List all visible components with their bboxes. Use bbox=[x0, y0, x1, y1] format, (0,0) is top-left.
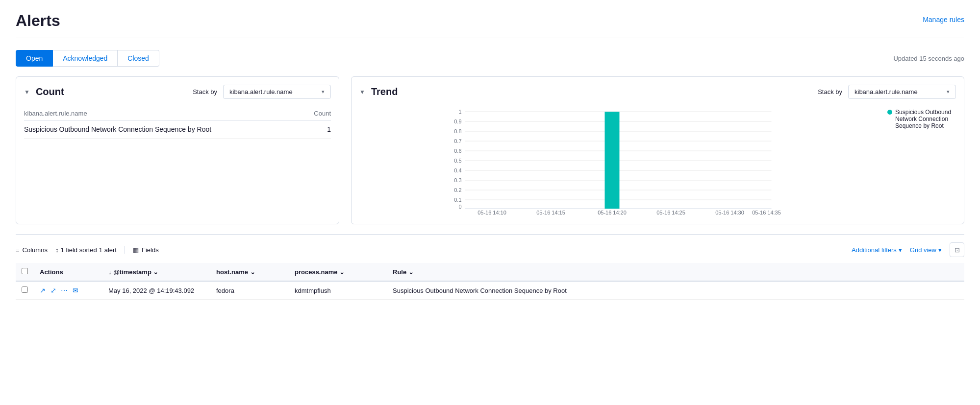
host-header[interactable]: host.name ⌄ bbox=[210, 263, 289, 281]
charts-row: ▼ Count Stack by kibana.alert.rule.name … bbox=[16, 76, 964, 224]
rule-header[interactable]: Rule ⌄ bbox=[387, 263, 964, 281]
svg-text:0.8: 0.8 bbox=[454, 128, 461, 134]
more-icon[interactable]: ⋯ bbox=[61, 286, 68, 294]
count-stack-by-label: Stack by bbox=[193, 88, 217, 95]
legend-item: Suspicious OutboundNetwork ConnectionSeq… bbox=[887, 109, 956, 129]
trend-bar bbox=[605, 112, 620, 209]
columns-label: Columns bbox=[23, 246, 48, 254]
grid-view-chevron: ▾ bbox=[938, 246, 942, 254]
additional-filters-label: Additional filters bbox=[852, 246, 897, 254]
fullscreen-button[interactable]: ⊡ bbox=[950, 242, 964, 257]
trend-stack-by-chevron: ▾ bbox=[947, 89, 950, 95]
svg-text:05-16 14:35: 05-16 14:35 bbox=[752, 210, 781, 214]
svg-text:05-16 14:25: 05-16 14:25 bbox=[656, 210, 685, 214]
timestamp-header-label: @timestamp bbox=[113, 268, 151, 276]
count-row-value: 1 bbox=[305, 120, 331, 139]
columns-icon: ≡ bbox=[16, 246, 20, 254]
investigate-icon[interactable]: ⤢ bbox=[50, 286, 56, 294]
count-col2-header: Count bbox=[305, 107, 331, 120]
sort-label: 1 field sorted bbox=[60, 246, 97, 254]
alerts-page: Alerts Manage rules Open Acknowledged Cl… bbox=[0, 0, 980, 311]
sort-button[interactable]: ↕ 1 field sorted 1 alert bbox=[55, 246, 117, 254]
row-rule: Suspicious Outbound Network Connection S… bbox=[387, 281, 964, 300]
rule-header-label: Rule bbox=[393, 268, 406, 276]
count-stack-by-chevron: ▾ bbox=[322, 89, 325, 95]
select-all-header bbox=[16, 263, 34, 281]
svg-text:05-16 14:20: 05-16 14:20 bbox=[598, 210, 627, 214]
trend-legend: Suspicious OutboundNetwork ConnectionSeq… bbox=[887, 107, 956, 216]
trend-card-header: ▼ Trend Stack by kibana.alert.rule.name … bbox=[359, 85, 956, 99]
svg-text:0.1: 0.1 bbox=[454, 197, 461, 203]
trend-stack-by-value: kibana.alert.rule.name bbox=[854, 88, 918, 95]
process-header-label: process.name bbox=[295, 268, 337, 276]
data-table: Actions ↓ @timestamp ⌄ host.name ⌄ proce… bbox=[16, 263, 964, 300]
table-header-row: Actions ↓ @timestamp ⌄ host.name ⌄ proce… bbox=[16, 263, 964, 281]
manage-rules-link[interactable]: Manage rules bbox=[923, 16, 964, 24]
count-card: ▼ Count Stack by kibana.alert.rule.name … bbox=[16, 76, 339, 224]
svg-text:1: 1 bbox=[458, 109, 461, 115]
fields-label: Fields bbox=[142, 246, 159, 254]
fields-button[interactable]: ▦ Fields bbox=[133, 246, 159, 254]
svg-text:0.4: 0.4 bbox=[454, 167, 461, 173]
legend-label: Suspicious OutboundNetwork ConnectionSeq… bbox=[895, 109, 951, 129]
additional-filters-button[interactable]: Additional filters ▾ bbox=[852, 246, 902, 254]
row-checkbox[interactable] bbox=[22, 286, 28, 293]
count-collapse-icon[interactable]: ▼ bbox=[24, 89, 30, 95]
page-title: Alerts bbox=[16, 12, 60, 30]
count-table-row: Suspicious Outbound Network Connection S… bbox=[24, 120, 331, 139]
expand-icon[interactable]: ↗ bbox=[40, 286, 46, 294]
svg-text:0.3: 0.3 bbox=[454, 177, 461, 183]
count-row-name: Suspicious Outbound Network Connection S… bbox=[24, 120, 305, 139]
svg-text:05-16 14:15: 05-16 14:15 bbox=[536, 210, 565, 214]
row-host: fedora bbox=[210, 281, 289, 300]
tab-section: Open Acknowledged Closed Updated 15 seco… bbox=[16, 50, 964, 67]
tab-open[interactable]: Open bbox=[16, 50, 53, 67]
trend-stack-by-select[interactable]: kibana.alert.rule.name ▾ bbox=[848, 85, 956, 99]
host-filter-icon: ⌄ bbox=[250, 268, 255, 276]
grid-view-label: Grid view bbox=[910, 246, 936, 254]
fullscreen-icon: ⊡ bbox=[955, 246, 960, 254]
row-actions: ↗ ⤢ ⋯ ✉ bbox=[34, 281, 102, 300]
trend-card-title: Trend bbox=[371, 86, 398, 97]
columns-button[interactable]: ≡ Columns bbox=[16, 246, 48, 254]
table-section: ≡ Columns ↕ 1 field sorted 1 alert ▦ Fie… bbox=[16, 234, 964, 300]
svg-text:0.6: 0.6 bbox=[454, 148, 461, 154]
trend-chart-area: 1 0.9 0.8 0.7 0.6 0.5 0.4 0.3 0.2 0.1 0 bbox=[359, 107, 879, 216]
toolbar-right: Additional filters ▾ Grid view ▾ ⊡ bbox=[852, 242, 964, 257]
count-col1-header: kibana.alert.rule.name bbox=[24, 107, 305, 120]
sort-icon: ↕ bbox=[55, 246, 59, 254]
actions-header-label: Actions bbox=[40, 268, 63, 276]
mark-icon[interactable]: ✉ bbox=[73, 286, 78, 294]
trend-stack-by-label: Stack by bbox=[818, 88, 842, 95]
legend-dot bbox=[887, 110, 892, 115]
svg-text:0: 0 bbox=[458, 204, 461, 210]
table-row: ↗ ⤢ ⋯ ✉ May 16, 2022 @ 14:19:43.092 fedo… bbox=[16, 281, 964, 300]
row-timestamp: May 16, 2022 @ 14:19:43.092 bbox=[102, 281, 210, 300]
additional-filters-chevron: ▾ bbox=[899, 246, 902, 254]
select-all-checkbox[interactable] bbox=[22, 268, 28, 274]
svg-text:05-16 14:10: 05-16 14:10 bbox=[477, 210, 506, 214]
host-header-label: host.name bbox=[216, 268, 248, 276]
row-process: kdmtmpflush bbox=[289, 281, 387, 300]
process-header[interactable]: process.name ⌄ bbox=[289, 263, 387, 281]
page-header: Alerts Manage rules bbox=[16, 12, 964, 38]
count-table: kibana.alert.rule.name Count Suspicious … bbox=[24, 107, 331, 139]
svg-text:0.2: 0.2 bbox=[454, 187, 461, 193]
trend-collapse-icon[interactable]: ▼ bbox=[359, 89, 365, 95]
timestamp-header[interactable]: ↓ @timestamp ⌄ bbox=[102, 263, 210, 281]
table-toolbar: ≡ Columns ↕ 1 field sorted 1 alert ▦ Fie… bbox=[16, 242, 964, 257]
count-stack-by-value: kibana.alert.rule.name bbox=[229, 88, 293, 95]
grid-view-button[interactable]: Grid view ▾ bbox=[910, 246, 942, 254]
trend-card: ▼ Trend Stack by kibana.alert.rule.name … bbox=[351, 76, 964, 224]
rule-filter-icon: ⌄ bbox=[408, 268, 414, 276]
tab-acknowledged[interactable]: Acknowledged bbox=[53, 50, 118, 67]
toolbar-separator bbox=[125, 246, 125, 254]
tab-closed[interactable]: Closed bbox=[118, 50, 159, 67]
svg-text:0.7: 0.7 bbox=[454, 138, 461, 144]
svg-text:0.5: 0.5 bbox=[454, 158, 461, 164]
process-filter-icon: ⌄ bbox=[339, 268, 345, 276]
count-card-title: Count bbox=[36, 86, 64, 97]
timestamp-sort-icon: ↓ bbox=[108, 268, 112, 276]
count-stack-by-select[interactable]: kibana.alert.rule.name ▾ bbox=[223, 85, 331, 99]
tabs: Open Acknowledged Closed bbox=[16, 50, 159, 67]
